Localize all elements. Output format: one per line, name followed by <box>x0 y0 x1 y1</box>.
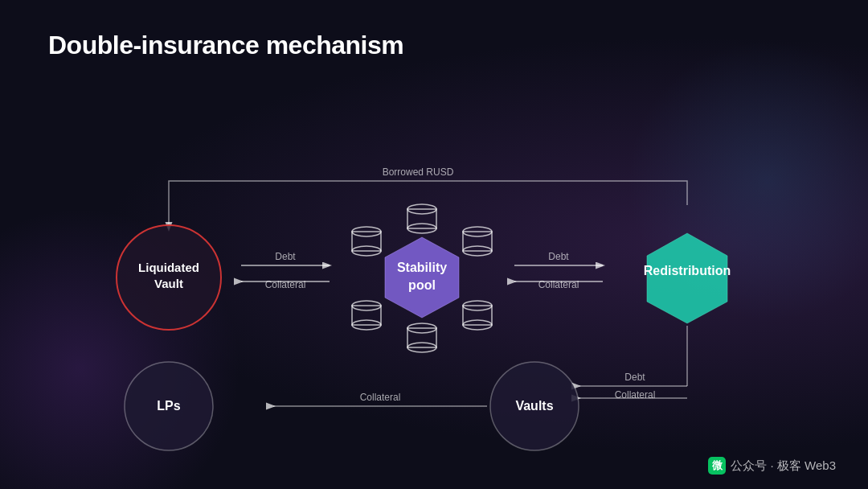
svg-text:Borrowed RUSD: Borrowed RUSD <box>383 166 454 178</box>
svg-text:Vaults: Vaults <box>515 399 553 413</box>
watermark-text: 公众号 · 极客 Web3 <box>731 458 836 474</box>
svg-text:Liquidated: Liquidated <box>138 261 199 274</box>
svg-text:Collateral: Collateral <box>265 279 306 290</box>
watermark: 微 公众号 · 极客 Web3 <box>708 457 836 475</box>
svg-text:pool: pool <box>408 278 436 292</box>
svg-text:Collateral: Collateral <box>538 279 579 290</box>
svg-text:Debt: Debt <box>624 372 645 383</box>
svg-marker-8 <box>385 237 459 318</box>
svg-text:Redistribution: Redistribution <box>644 264 731 277</box>
svg-text:Collateral: Collateral <box>615 389 656 401</box>
svg-text:Debt: Debt <box>548 251 569 262</box>
svg-text:LPs: LPs <box>157 399 180 413</box>
svg-text:Collateral: Collateral <box>360 392 401 403</box>
svg-text:Debt: Debt <box>275 251 296 262</box>
wechat-icon: 微 <box>708 457 726 475</box>
diagram: Borrowed RUSD Liquidated Vault Debt Coll… <box>0 72 868 466</box>
page-title: Double-insurance mechanism <box>48 31 403 60</box>
svg-text:Stability: Stability <box>397 261 447 274</box>
svg-text:Vault: Vault <box>154 277 183 290</box>
svg-marker-33 <box>647 233 727 323</box>
